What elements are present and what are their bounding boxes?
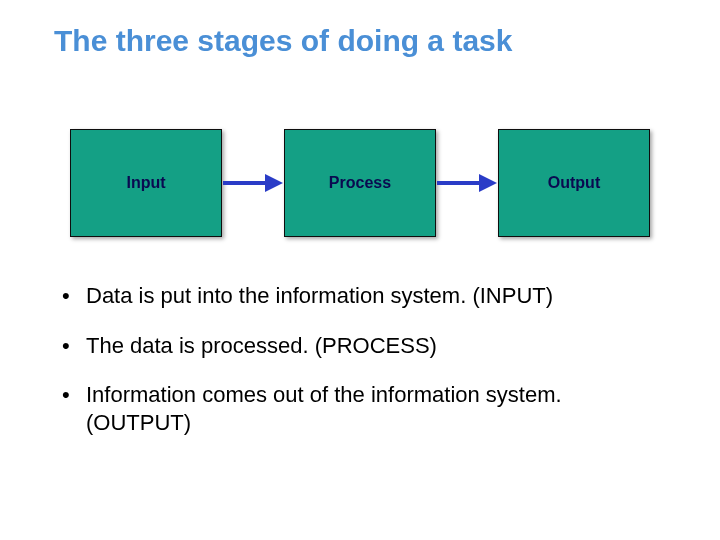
arrow-head-icon xyxy=(265,174,283,192)
bullet-text: Data is put into the information system.… xyxy=(86,283,553,308)
list-item: Information comes out of the information… xyxy=(58,381,660,436)
bullet-list: Data is put into the information system.… xyxy=(58,282,660,458)
list-item: The data is processed. (PROCESS) xyxy=(58,332,660,360)
stage-label-output: Output xyxy=(548,174,600,192)
stage-box-output: Output xyxy=(498,129,650,237)
arrow-head-icon xyxy=(479,174,497,192)
bullet-text: The data is processed. (PROCESS) xyxy=(86,333,437,358)
arrow-icon xyxy=(223,176,283,190)
bullet-text: Information comes out of the information… xyxy=(86,382,562,435)
slide-title: The three stages of doing a task xyxy=(54,24,512,58)
list-item: Data is put into the information system.… xyxy=(58,282,660,310)
stage-box-process: Process xyxy=(284,129,436,237)
arrow-shaft xyxy=(437,181,479,185)
slide: The three stages of doing a task Input P… xyxy=(0,0,720,540)
arrow-shaft xyxy=(223,181,265,185)
stages-diagram: Input Process Output xyxy=(70,128,650,238)
stage-label-input: Input xyxy=(126,174,165,192)
stage-label-process: Process xyxy=(329,174,391,192)
stage-box-input: Input xyxy=(70,129,222,237)
arrow-icon xyxy=(437,176,497,190)
